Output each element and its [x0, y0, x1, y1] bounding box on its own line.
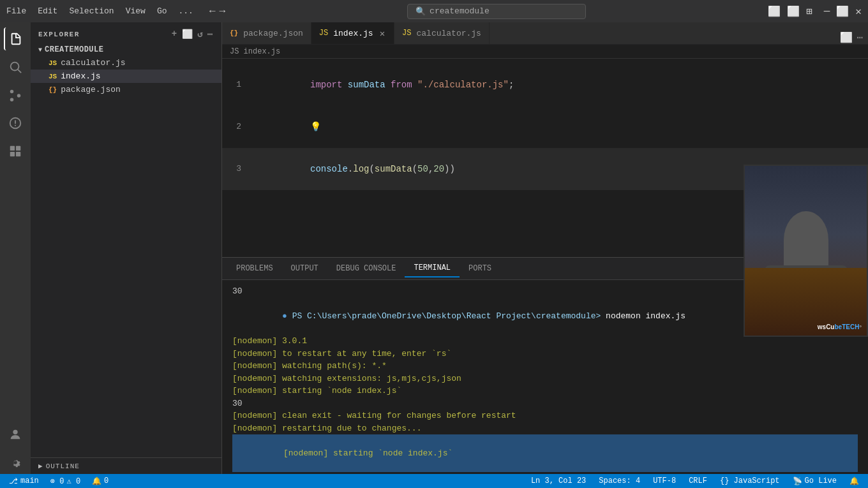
close-button[interactable]: ✕: [855, 5, 862, 18]
svg-rect-3: [16, 146, 20, 151]
menu-file[interactable]: File: [6, 6, 26, 16]
collapse-icon[interactable]: ⋯: [207, 29, 214, 40]
split-editor-icon[interactable]: ⬜: [840, 31, 853, 44]
tab-label-calculator: calculator.js: [417, 29, 481, 38]
tab-label-ports: PORTS: [468, 264, 491, 273]
tab-ports[interactable]: PORTS: [460, 260, 500, 277]
more-tabs-icon[interactable]: ⋯: [857, 31, 863, 44]
terminal-line-nodemon-2: [nodemon] to restart at any time, enter …: [232, 348, 858, 360]
search-box[interactable]: 🔍 createmodule: [407, 4, 586, 19]
nav-back-button[interactable]: ←: [209, 6, 216, 17]
json-file-icon: {}: [49, 86, 57, 94]
menu-view[interactable]: View: [126, 6, 146, 16]
wscube-watermark: wsCubeTECH°: [818, 323, 862, 330]
git-icon: ⎇: [9, 477, 18, 486]
svg-point-0: [11, 63, 19, 71]
git-branch-status[interactable]: ⎇ main: [6, 477, 41, 486]
tab-index-js[interactable]: JS index.js ✕: [311, 22, 394, 44]
tabs-bar: {} package.json JS index.js ✕ JS calcula…: [222, 22, 868, 45]
file-name-package: package.json: [61, 85, 121, 94]
new-file-icon[interactable]: +: [172, 29, 178, 40]
terminal-line-nodemon-6: [nodemon] clean exit - waiting for chang…: [232, 410, 858, 422]
activity-search-icon[interactable]: [4, 55, 27, 78]
status-bar-left: ⎇ main ⊗ 0 ⚠ 0 🔔 0: [6, 477, 111, 486]
menu-selection[interactable]: Selection: [69, 6, 114, 16]
tab-debug-console[interactable]: DEBUG CONSOLE: [327, 260, 405, 277]
golive-icon: 📡: [793, 477, 802, 486]
folder-createmodule[interactable]: ▼ CREATEMODULE: [31, 43, 221, 56]
sidebar-header-icons: + ⬜ ↺ ⋯: [172, 29, 214, 40]
line-content-2: 💡: [254, 106, 868, 148]
var-sumdata: sumData: [348, 80, 385, 90]
code-line-2: 2 💡: [222, 106, 868, 148]
line-ending-status[interactable]: CRLF: [686, 477, 710, 485]
activity-extensions-icon[interactable]: [4, 140, 27, 163]
file-index-js[interactable]: JS index.js: [31, 70, 221, 83]
notification-icon: 🔔: [849, 477, 859, 486]
breadcrumb: JS index.js: [222, 45, 868, 59]
activity-explorer-icon[interactable]: [4, 27, 27, 50]
minimize-button[interactable]: —: [824, 6, 830, 17]
refresh-icon[interactable]: ↺: [197, 29, 204, 40]
outline-label: OUTLINE: [46, 462, 80, 470]
js-file-icon: JS: [49, 59, 57, 67]
tab-package-json[interactable]: {} package.json: [222, 22, 311, 44]
tab-calculator-js[interactable]: JS calculator.js: [394, 22, 490, 44]
terminal-line-nodemon-3: [nodemon] watching path(s): *.*: [232, 360, 858, 373]
menu-edit[interactable]: Edit: [38, 6, 57, 16]
notifications-status[interactable]: 🔔 0: [89, 477, 111, 486]
spaces-status[interactable]: Spaces: 4: [596, 477, 643, 485]
tab-output[interactable]: OUTPUT: [282, 260, 327, 277]
new-folder-icon[interactable]: ⬜: [182, 29, 194, 40]
activity-bar: [0, 22, 31, 474]
tab-label-terminal: TERMINAL: [414, 263, 451, 272]
layout-icon-1[interactable]: ⬜: [768, 5, 781, 18]
maximize-button[interactable]: ⬜: [836, 5, 849, 18]
notification-bell-status[interactable]: 🔔: [847, 477, 862, 486]
tab-terminal[interactable]: TERMINAL: [405, 260, 460, 277]
activity-settings-icon[interactable]: [4, 451, 27, 474]
errors-status[interactable]: ⊗ 0 ⚠ 0: [48, 477, 83, 486]
log-method: log: [353, 164, 369, 174]
language-status[interactable]: {} JavaScript: [717, 477, 782, 485]
tab-json-icon: {}: [230, 29, 238, 37]
line-content-1: import sumData from "./calculator.js";: [254, 64, 868, 106]
file-package-json[interactable]: {} package.json: [31, 83, 221, 96]
svg-point-6: [13, 430, 17, 434]
search-icon: 🔍: [415, 6, 426, 17]
menu-bar: File Edit Selection View Go ...: [6, 6, 193, 16]
sidebar: Explorer + ⬜ ↺ ⋯ ▼ CREATEMODULE JS calcu…: [31, 22, 222, 474]
activity-debug-icon[interactable]: [4, 112, 27, 135]
layout-icon-3[interactable]: ⊞: [806, 5, 812, 18]
lightbulb-icon: 💡: [310, 122, 321, 132]
tab-close-button[interactable]: ✕: [378, 27, 386, 40]
outline-section[interactable]: ▶ OUTLINE: [31, 457, 221, 474]
encoding-status[interactable]: UTF-8: [650, 477, 678, 485]
search-text: createmodule: [430, 6, 490, 16]
activity-account-icon[interactable]: [4, 423, 27, 446]
errors-label: ⊗ 0: [50, 477, 64, 486]
menu-go[interactable]: Go: [157, 6, 167, 16]
file-tree: ▼ CREATEMODULE JS calculator.js JS index…: [31, 43, 221, 457]
language-label: {} JavaScript: [720, 477, 780, 485]
status-bar-right: Ln 3, Col 23 Spaces: 4 UTF-8 CRLF {} Jav…: [528, 477, 862, 486]
file-calculator-js[interactable]: JS calculator.js: [31, 56, 221, 70]
svg-rect-5: [16, 152, 20, 156]
golive-status[interactable]: 📡 Go Live: [790, 477, 839, 486]
terminal-line-nodemon-5: [nodemon] starting `node index.js`: [232, 385, 858, 397]
sumdata-call: sumData: [375, 164, 412, 174]
string-path: "./calculator.js": [417, 80, 509, 90]
svg-rect-4: [10, 152, 15, 156]
terminal-line-highlight: [nodemon] starting `node index.js`: [232, 434, 858, 472]
breadcrumb-filename: JS index.js: [230, 47, 280, 56]
layout-icon-2[interactable]: ⬜: [787, 5, 800, 18]
activity-git-icon[interactable]: [4, 84, 27, 107]
menu-more[interactable]: ...: [178, 6, 193, 16]
line-number-1: 1: [222, 78, 254, 92]
nav-forward-button[interactable]: →: [220, 6, 226, 17]
console-obj: console: [310, 164, 348, 174]
position-status[interactable]: Ln 3, Col 23: [528, 477, 588, 485]
golive-label: Go Live: [805, 477, 837, 485]
arg-50: 50: [417, 164, 428, 174]
tab-problems[interactable]: PROBLEMS: [227, 260, 282, 277]
